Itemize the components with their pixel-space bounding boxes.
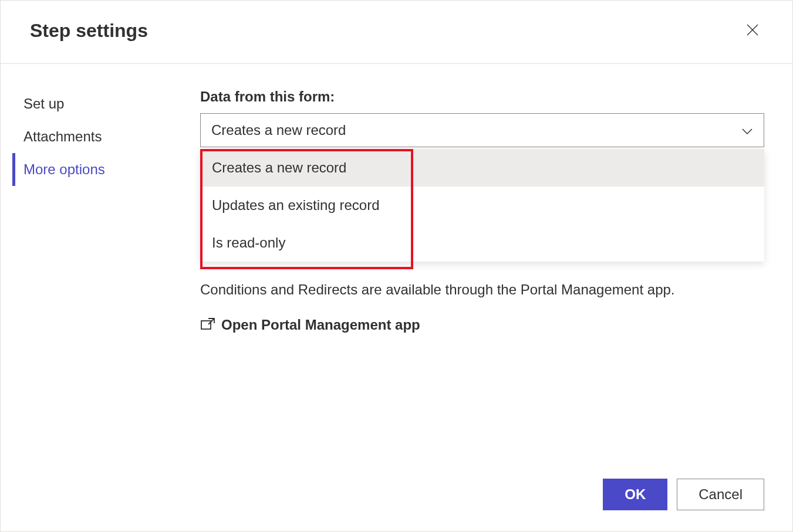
main-content: Data from this form: Creates a new recor… — [200, 64, 792, 465]
ok-button[interactable]: OK — [603, 479, 667, 510]
info-text: Conditions and Redirects are available t… — [200, 279, 764, 300]
svg-line-3 — [208, 318, 214, 324]
sidebar-item-label: More options — [23, 161, 105, 177]
data-from-form-select[interactable]: Creates a new record — [200, 113, 764, 147]
dropdown-option-label: Updates an existing record — [212, 197, 380, 213]
dropdown-option-creates-new[interactable]: Creates a new record — [200, 149, 764, 187]
select-value: Creates a new record — [211, 122, 346, 138]
close-button[interactable] — [742, 19, 763, 42]
info-section: Conditions and Redirects are available t… — [200, 279, 764, 333]
cancel-button[interactable]: Cancel — [677, 479, 764, 510]
svg-rect-2 — [201, 321, 211, 329]
open-portal-link[interactable]: Open Portal Management app — [200, 317, 764, 333]
sidebar-item-label: Attachments — [23, 128, 102, 144]
dialog-body: Set up Attachments More options Data fro… — [1, 64, 792, 465]
sidebar: Set up Attachments More options — [1, 64, 200, 465]
dropdown-option-label: Is read-only — [212, 235, 285, 250]
dialog-title: Step settings — [30, 20, 148, 42]
dropdown-option-read-only[interactable]: Is read-only — [200, 224, 764, 262]
sidebar-item-attachments[interactable]: Attachments — [12, 120, 200, 153]
step-settings-dialog: Step settings Set up Attachments More op… — [0, 0, 793, 532]
sidebar-item-more-options[interactable]: More options — [12, 153, 200, 186]
external-link-icon — [200, 317, 215, 333]
dropdown-option-label: Creates a new record — [212, 160, 346, 175]
dialog-footer: OK Cancel — [1, 465, 792, 531]
chevron-down-icon — [741, 122, 753, 138]
sidebar-item-setup[interactable]: Set up — [12, 87, 200, 120]
dropdown-option-updates-existing[interactable]: Updates an existing record — [200, 187, 764, 224]
link-text: Open Portal Management app — [221, 317, 420, 333]
dialog-header: Step settings — [1, 1, 792, 64]
dropdown-list: Creates a new record Updates an existing… — [200, 149, 764, 262]
sidebar-item-label: Set up — [23, 96, 64, 111]
form-field-label: Data from this form: — [200, 89, 764, 105]
close-icon — [745, 23, 760, 39]
